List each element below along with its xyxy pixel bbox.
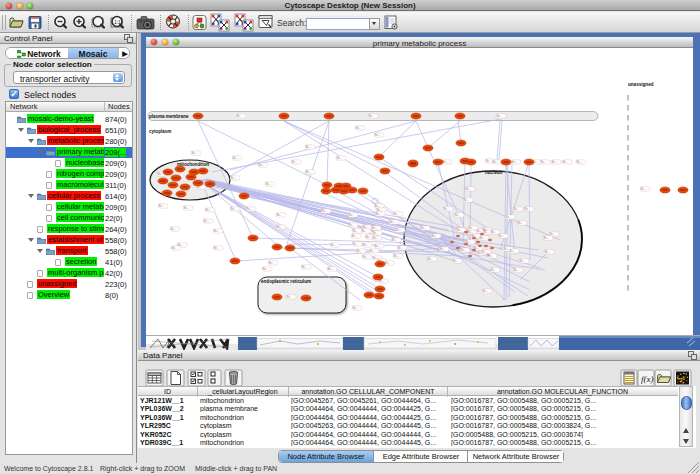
svg-text:Sc..: Sc.. [353, 229, 358, 233]
svg-text:Sc..: Sc.. [369, 114, 374, 118]
svg-text:Sc..: Sc.. [577, 160, 582, 164]
svg-text:Sc..: Sc.. [398, 246, 403, 250]
svg-text:Sc..: Sc.. [499, 234, 504, 238]
svg-text:Sc..: Sc.. [421, 226, 426, 230]
svg-text:Sc..: Sc.. [266, 182, 271, 186]
svg-text:Sc..: Sc.. [337, 156, 342, 160]
svg-text:endoplasmic reticulum: endoplasmic reticulum [261, 279, 311, 284]
svg-text:Sc..: Sc.. [464, 198, 469, 202]
svg-text:Sc..: Sc.. [469, 226, 474, 230]
svg-text:Sc..: Sc.. [520, 259, 525, 263]
svg-text:plasma membrane: plasma membrane [149, 114, 189, 119]
svg-text:Sc..: Sc.. [390, 220, 395, 224]
svg-text:Sc..: Sc.. [192, 151, 197, 155]
svg-text:Sc..: Sc.. [514, 268, 519, 272]
svg-text:Sc..: Sc.. [392, 238, 397, 242]
svg-text:Sc..: Sc.. [370, 249, 375, 253]
svg-text:Sc..: Sc.. [269, 261, 274, 265]
svg-text:Sc..: Sc.. [349, 223, 354, 227]
svg-text:Sc..: Sc.. [466, 187, 471, 191]
svg-text:Sc..: Sc.. [259, 163, 264, 167]
svg-text:Sc..: Sc.. [455, 213, 460, 217]
svg-text:Sc..: Sc.. [514, 207, 519, 211]
svg-text:Sc..: Sc.. [263, 267, 268, 271]
svg-text:Sc..: Sc.. [457, 228, 462, 232]
svg-text:Sc..: Sc.. [443, 160, 448, 164]
svg-text:Sc..: Sc.. [428, 257, 433, 261]
svg-text:Sc..: Sc.. [444, 207, 449, 211]
svg-text:Sc..: Sc.. [376, 212, 381, 216]
svg-text:Sc..: Sc.. [322, 209, 327, 213]
svg-text:Sc..: Sc.. [233, 156, 238, 160]
svg-text:Sc..: Sc.. [178, 243, 183, 247]
svg-text:Sc..: Sc.. [328, 267, 333, 271]
svg-text:cytoplasm: cytoplasm [149, 129, 171, 134]
svg-text:Sc..: Sc.. [331, 243, 336, 247]
svg-text:nucleus: nucleus [485, 170, 503, 175]
svg-text:Sc..: Sc.. [363, 243, 368, 247]
svg-text:Sc..: Sc.. [237, 114, 242, 118]
svg-text:Sc..: Sc.. [158, 172, 163, 176]
svg-text:Sc..: Sc.. [488, 254, 493, 258]
svg-text:Sc..: Sc.. [394, 254, 399, 258]
svg-text:Sc..: Sc.. [440, 247, 445, 251]
svg-text:f(x): f(x) [641, 374, 654, 384]
svg-text:Sc..: Sc.. [375, 133, 380, 137]
svg-text:Sc..: Sc.. [483, 289, 488, 293]
svg-text:Sc..: Sc.. [396, 228, 401, 232]
svg-text:Sc..: Sc.. [353, 242, 358, 246]
svg-text:Sc..: Sc.. [544, 236, 549, 240]
svg-text:Sc..: Sc.. [306, 170, 311, 174]
svg-text:Sc..: Sc.. [206, 208, 211, 212]
svg-text:Sc..: Sc.. [484, 230, 489, 234]
svg-text:Sc..: Sc.. [375, 244, 380, 248]
svg-text:Sc..: Sc.. [352, 234, 357, 238]
svg-text:Sc..: Sc.. [552, 160, 557, 164]
svg-text:Sc..: Sc.. [453, 259, 458, 263]
svg-text:Sc..: Sc.. [302, 265, 307, 269]
svg-text:Sc..: Sc.. [518, 221, 523, 225]
svg-text:Sc..: Sc.. [550, 232, 555, 236]
svg-text:mitochondrion: mitochondrion [177, 162, 209, 167]
svg-text:Sc..: Sc.. [247, 207, 252, 211]
svg-text:Sc..: Sc.. [385, 261, 390, 265]
svg-text:Sc..: Sc.. [491, 268, 496, 272]
svg-text:Sc..: Sc.. [214, 246, 219, 250]
svg-text:Sc..: Sc.. [277, 213, 282, 217]
svg-text:Sc..: Sc.. [366, 235, 371, 239]
svg-text:Sc..: Sc.. [363, 255, 368, 259]
svg-text:Sc..: Sc.. [172, 246, 177, 250]
svg-text:Sc..: Sc.. [356, 126, 361, 130]
svg-text:Sc..: Sc.. [525, 207, 530, 211]
svg-text:Sc..: Sc.. [482, 250, 487, 254]
svg-text:Sc..: Sc.. [641, 187, 646, 191]
svg-text:Sc..: Sc.. [461, 248, 466, 252]
svg-text:Sc..: Sc.. [353, 306, 358, 310]
svg-text:Sc..: Sc.. [231, 176, 236, 180]
svg-text:Sc..: Sc.. [563, 160, 568, 164]
svg-text:Sc..: Sc.. [184, 206, 189, 210]
svg-text:Sc..: Sc.. [510, 249, 515, 253]
svg-text:Sc..: Sc.. [171, 227, 176, 231]
svg-text:1:1: 1:1 [114, 20, 121, 25]
svg-text:Sc..: Sc.. [480, 236, 485, 240]
svg-text:Sc..: Sc.. [277, 225, 282, 229]
svg-text:Sc..: Sc.. [204, 219, 209, 223]
svg-text:Sc..: Sc.. [231, 207, 236, 211]
svg-text:Sc..: Sc.. [512, 160, 517, 164]
svg-text:Sc..: Sc.. [506, 215, 511, 219]
svg-text:Sc..: Sc.. [432, 234, 437, 238]
svg-text:Sc..: Sc.. [287, 295, 292, 299]
svg-text:Sc..: Sc.. [372, 226, 377, 230]
svg-text:Sc..: Sc.. [373, 236, 378, 240]
svg-text:Sc..: Sc.. [357, 249, 362, 253]
svg-text:Sc..: Sc.. [292, 160, 297, 164]
svg-text:Sc..: Sc.. [159, 204, 164, 208]
svg-text:Sc..: Sc.. [493, 160, 498, 164]
svg-text:Sc..: Sc.. [545, 250, 550, 254]
svg-text:Sc..: Sc.. [214, 229, 219, 233]
svg-text:Sc..: Sc.. [486, 159, 491, 163]
svg-text:Sc..: Sc.. [497, 114, 502, 118]
svg-text:Sc..: Sc.. [541, 160, 546, 164]
svg-text:Sc..: Sc.. [373, 231, 378, 235]
